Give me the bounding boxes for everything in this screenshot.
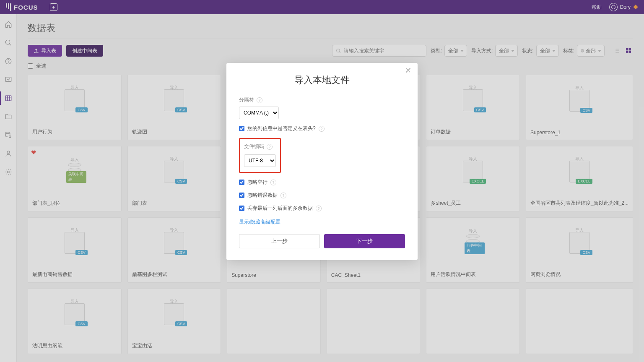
help-icon[interactable]: ? [316, 206, 322, 211]
encoding-label: 文件编码 ? [244, 143, 276, 150]
modal-overlay[interactable]: ✕ 导入本地文件 分隔符 ? COMMA (,) 您的列信息中是否定义在表头? … [0, 0, 644, 362]
help-icon[interactable]: ? [267, 144, 273, 150]
encoding-group-highlighted: 文件编码 ? UTF-8 [239, 138, 281, 173]
help-icon[interactable]: ? [257, 97, 262, 103]
help-icon[interactable]: ? [280, 193, 286, 198]
help-icon[interactable]: ? [319, 126, 325, 132]
delimiter-label: 分隔符 ? [239, 96, 405, 104]
modal-buttons: 上一步 下一步 [239, 234, 405, 248]
import-modal: ✕ 导入本地文件 分隔符 ? COMMA (,) 您的列信息中是否定义在表头? … [226, 63, 418, 260]
ignore-error-checkbox[interactable]: 忽略错误数据 ? [239, 192, 405, 199]
ignore-blank-checkbox[interactable]: 忽略空行 ? [239, 179, 405, 186]
prev-step-button[interactable]: 上一步 [239, 234, 320, 248]
encoding-select[interactable]: UTF-8 [244, 154, 276, 167]
modal-title: 导入本地文件 [239, 74, 405, 86]
close-icon[interactable]: ✕ [405, 67, 412, 75]
advanced-toggle-link[interactable]: 显示/隐藏高级配置 [239, 219, 280, 226]
help-icon[interactable]: ? [270, 180, 276, 185]
delimiter-select[interactable]: COMMA (,) [239, 107, 279, 119]
delimiter-row: 分隔符 ? COMMA (,) [239, 96, 405, 119]
header-row-checkbox[interactable]: 您的列信息中是否定义在表头? ? [239, 125, 405, 132]
drop-extra-checkbox[interactable]: 丢弃最后一列后面的多余数据 ? [239, 205, 405, 212]
next-step-button[interactable]: 下一步 [324, 234, 405, 248]
